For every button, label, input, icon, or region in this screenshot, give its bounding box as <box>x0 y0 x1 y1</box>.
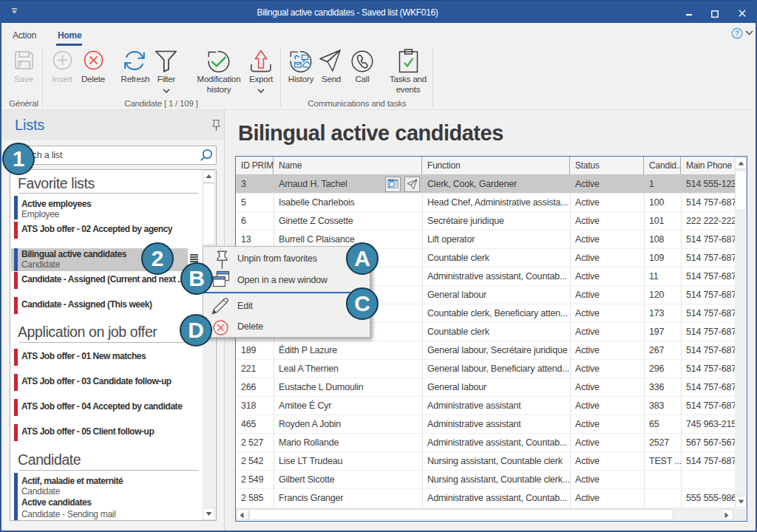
svg-text:?: ? <box>735 30 739 38</box>
